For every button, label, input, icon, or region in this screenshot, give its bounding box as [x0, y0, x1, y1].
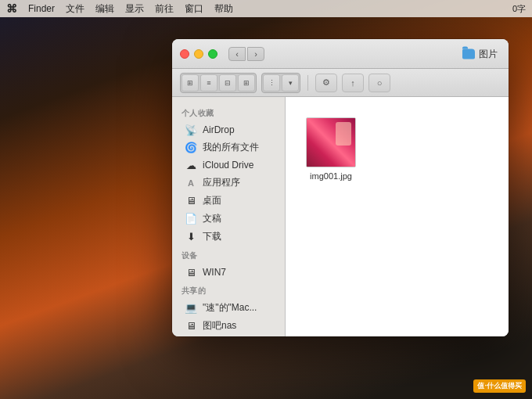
thumbnail-preview: [307, 118, 355, 167]
sidebar-item-desktop[interactable]: 🖥 桌面: [175, 192, 282, 210]
file-item-img001[interactable]: img001.jpg: [301, 113, 361, 185]
nav-buttons: ‹ ›: [228, 47, 264, 61]
downloads-label: 下载: [203, 230, 221, 243]
docs-icon: 📄: [185, 213, 197, 225]
sort-btn[interactable]: ⋮: [263, 74, 280, 92]
menu-finder[interactable]: Finder: [28, 3, 55, 14]
menu-edit[interactable]: 编辑: [95, 2, 114, 16]
desktop-label: 桌面: [203, 194, 221, 207]
sidebar-item-docs[interactable]: 📄 文稿: [175, 210, 282, 228]
menu-file[interactable]: 文件: [66, 2, 84, 16]
menu-window[interactable]: 窗口: [185, 2, 203, 16]
apps-icon: A: [185, 177, 197, 189]
sidebar-item-allfiles[interactable]: 🌀 我的所有文件: [175, 138, 282, 156]
forward-button[interactable]: ›: [247, 47, 264, 61]
view-icon-btn[interactable]: ⊞: [182, 74, 199, 92]
folder-icon: [462, 49, 475, 59]
menu-go[interactable]: 前往: [155, 2, 174, 16]
action-btn[interactable]: ⚙: [315, 74, 337, 92]
back-button[interactable]: ‹: [228, 47, 246, 61]
traffic-lights: [180, 49, 217, 59]
content-area: 个人收藏 📡 AirDrop 🌀 我的所有文件 ☁ iCloud Drive A…: [172, 97, 509, 336]
desktop: ⌘ Finder 文件 编辑 显示 前往 窗口 帮助 0字 ‹ › 图片: [0, 0, 532, 399]
toolbar: ⊞ ≡ ⊟ ⊞ ⋮ ▾ ⚙ ↑ ○: [172, 69, 509, 97]
desktop-icon: 🖥: [185, 195, 197, 207]
sidebar-item-tuba-nas[interactable]: 🖥 图吧nas: [175, 317, 282, 335]
menu-view[interactable]: 显示: [125, 2, 144, 16]
sidebar-item-icloud[interactable]: ☁ iCloud Drive: [175, 156, 282, 174]
menu-help[interactable]: 帮助: [214, 2, 233, 16]
finder-window: ‹ › 图片 ⊞ ≡ ⊟ ⊞ ⋮ ▾ ⚙ ↑ ○: [172, 39, 509, 336]
sidebar-item-airdrop[interactable]: 📡 AirDrop: [175, 121, 282, 138]
toolbar-sep: [307, 75, 308, 91]
sidebar-item-mac-su[interactable]: 💻 "速"的"Mac...: [175, 299, 282, 317]
sidebar: 个人收藏 📡 AirDrop 🌀 我的所有文件 ☁ iCloud Drive A…: [172, 97, 286, 336]
view-column-btn[interactable]: ⊟: [219, 74, 236, 92]
win7-icon: 🖥: [185, 266, 197, 279]
icloud-label: iCloud Drive: [203, 160, 253, 171]
sidebar-item-win7[interactable]: 🖥 WIN7: [175, 264, 282, 281]
sort-group: ⋮ ▾: [261, 73, 300, 93]
window-title-area: 图片: [462, 47, 498, 60]
file-thumbnail-img001: [306, 117, 356, 167]
site-badge: 值·什么值得买: [473, 379, 526, 393]
window-title: 图片: [479, 47, 498, 60]
apps-label: 应用程序: [203, 176, 240, 189]
sidebar-item-apps[interactable]: A 应用程序: [175, 174, 282, 192]
sidebar-section-shared: 共享的: [172, 281, 285, 299]
mac-su-icon: 💻: [185, 302, 197, 315]
icloud-icon: ☁: [185, 159, 197, 171]
file-area: img001.jpg: [286, 97, 509, 336]
allfiles-icon: 🌀: [185, 142, 197, 154]
share-btn[interactable]: ↑: [342, 74, 364, 92]
tuba-nas-label: 图吧nas: [203, 319, 236, 332]
win7-label: WIN7: [203, 267, 226, 278]
sidebar-section-personal: 个人收藏: [172, 103, 285, 121]
minimize-button[interactable]: [194, 49, 203, 59]
close-button[interactable]: [180, 49, 189, 59]
tuba-nas-icon: 🖥: [185, 320, 197, 332]
menubar-right: 0字: [512, 3, 526, 15]
airdrop-label: AirDrop: [203, 124, 235, 135]
menubar: ⌘ Finder 文件 编辑 显示 前往 窗口 帮助 0字: [0, 0, 532, 17]
downloads-icon: ⬇: [185, 231, 197, 243]
maximize-button[interactable]: [208, 49, 217, 59]
allfiles-label: 我的所有文件: [203, 141, 259, 154]
airdrop-icon: 📡: [185, 124, 197, 136]
apple-menu[interactable]: ⌘: [6, 2, 17, 15]
tag-btn[interactable]: ○: [368, 74, 390, 92]
sort-arrow[interactable]: ▾: [282, 74, 299, 92]
view-list-btn[interactable]: ≡: [200, 74, 217, 92]
menubar-status: 0字: [512, 3, 526, 15]
mac-su-label: "速"的"Mac...: [203, 301, 257, 315]
sidebar-item-downloads[interactable]: ⬇ 下载: [175, 228, 282, 246]
view-cover-btn[interactable]: ⊞: [238, 74, 255, 92]
docs-label: 文稿: [203, 212, 221, 225]
view-switcher: ⊞ ≡ ⊟ ⊞: [180, 73, 257, 93]
file-name-img001: img001.jpg: [310, 171, 352, 181]
titlebar: ‹ › 图片: [172, 39, 509, 69]
sidebar-section-devices: 设备: [172, 246, 285, 264]
sidebar-item-soku[interactable]: 🖥 sokumato ma...: [175, 335, 282, 336]
